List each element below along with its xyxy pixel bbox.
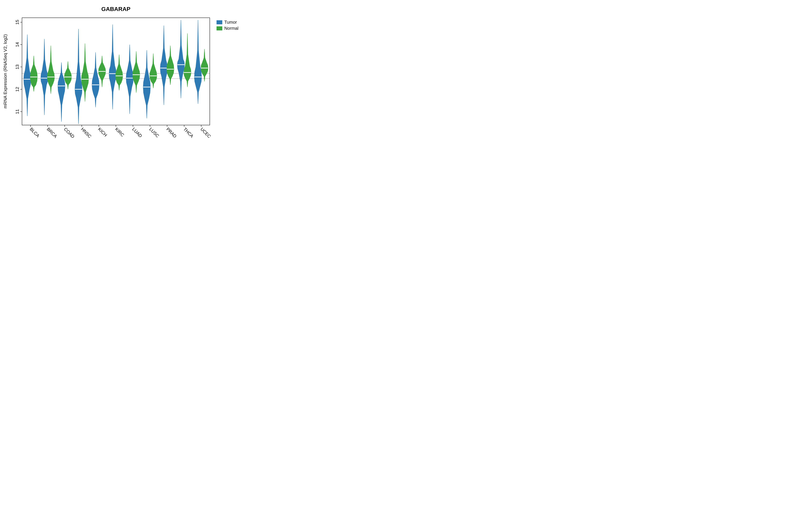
- violin-normal: [167, 46, 174, 85]
- x-tick-label: KIRC: [114, 126, 125, 137]
- x-tick-label: UCEC: [199, 126, 212, 139]
- legend-label-normal: Normal: [224, 26, 239, 31]
- y-tick-label: 14: [15, 42, 20, 47]
- x-tick-label: LUSC: [148, 126, 160, 138]
- violin-normal: [64, 61, 71, 89]
- y-tick-label: 11: [15, 109, 20, 114]
- legend: Tumor Normal: [216, 19, 239, 31]
- violin-tumor: [143, 50, 150, 118]
- y-tick-label: 12: [15, 87, 20, 92]
- x-tick-label: KICH: [97, 126, 108, 137]
- violin-group: [23, 20, 208, 124]
- x-tick-label: BRCA: [46, 126, 58, 139]
- x-tick-label: HNSC: [80, 126, 92, 139]
- chart-title: GABARAP: [101, 6, 131, 12]
- legend-swatch-tumor: [216, 20, 222, 24]
- violin-tumor: [75, 29, 82, 124]
- violin-tumor: [126, 45, 134, 114]
- x-tick-label: LUAD: [131, 126, 143, 138]
- violin-tumor: [160, 25, 167, 105]
- violin-normal: [133, 51, 140, 93]
- violin-tumor: [58, 62, 65, 122]
- violin-normal: [201, 49, 208, 81]
- violin-normal: [81, 44, 89, 102]
- violin-tumor: [109, 24, 116, 110]
- y-axis-label: mRNA Expression (RNASeq V2, log2): [3, 34, 8, 108]
- violin-tumor: [23, 35, 31, 116]
- violin-normal: [150, 54, 157, 88]
- violin-tumor: [177, 20, 185, 98]
- violin-normal: [184, 34, 191, 87]
- plot-panel: [22, 18, 210, 125]
- chart-svg: GABARAP 1112131415 mRNA Expression (RNAS…: [0, 0, 260, 162]
- y-tick-label: 13: [15, 65, 20, 69]
- legend-label-tumor: Tumor: [224, 19, 237, 25]
- x-tick-label: COAD: [63, 126, 75, 139]
- violin-normal: [115, 55, 123, 91]
- x-tick-label: BLCA: [29, 126, 41, 138]
- legend-swatch-normal: [216, 26, 222, 31]
- x-tick-label: THCA: [182, 126, 195, 139]
- violin-normal: [47, 46, 54, 94]
- x-axis: BLCABRCACOADHNSCKICHKIRCLUADLUSCPRADTHCA…: [29, 125, 212, 139]
- violin-normal: [30, 56, 37, 92]
- y-tick-label: 15: [15, 20, 20, 25]
- violin-tumor: [194, 20, 202, 104]
- violin-tumor: [41, 39, 48, 115]
- violin-tumor: [92, 52, 99, 107]
- x-tick-label: PRAD: [165, 126, 177, 139]
- y-axis: 1112131415: [15, 20, 22, 114]
